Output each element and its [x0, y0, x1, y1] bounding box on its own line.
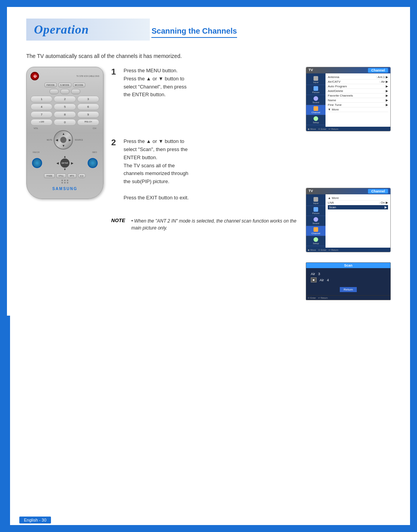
scan-body: Air 3 ■ Air 4 Return	[306, 268, 390, 295]
mcode-button[interactable]: MCODE	[73, 83, 85, 87]
scan-result-screen: Scan Air 3 ■ Air 4 Return	[306, 262, 391, 300]
fmode-button[interactable]: FMODE	[44, 83, 57, 87]
setup-icon	[314, 116, 318, 121]
mute-label: MUTE	[47, 139, 52, 141]
note-label: NOTE	[111, 218, 127, 223]
num-7-button[interactable]: 7	[31, 111, 53, 118]
intro-text: The TV automatically scans all of the ch…	[26, 53, 391, 59]
number-grid: 1 2 3 4 5 6 7 8 9 +100 0 PRE-CH	[31, 96, 99, 126]
menu2-header: TV Channel	[306, 188, 390, 194]
menu-finetune: Fine Tune▶	[328, 103, 388, 107]
step-2-number: 2	[111, 138, 119, 148]
input2-icon	[314, 197, 318, 202]
tv-menu-screen-1: TV Channel Input Picture	[306, 67, 391, 131]
picture-icon	[314, 86, 318, 91]
menu2-scan: Scan▶	[328, 205, 388, 210]
psize-button[interactable]: P.SIZE	[44, 173, 54, 178]
num-2-button[interactable]: 2	[54, 96, 76, 102]
step-2: 2 Press the ▲ or ▼ button to select "Sca…	[111, 138, 298, 202]
num-8-button[interactable]: 8	[54, 111, 76, 118]
still-button[interactable]: STILL	[56, 173, 66, 178]
sidebar-channel: Channel	[306, 105, 325, 115]
note-bullet: •	[131, 218, 133, 224]
picture2-icon	[314, 207, 318, 212]
scan-footer: ⊙ Enter↩ Return	[306, 295, 390, 300]
menu-autoprogram: Auto Program▶	[328, 84, 388, 89]
sidebar-setup: Setup	[306, 115, 325, 125]
section-title: Operation	[34, 22, 142, 37]
menu1-header: TV Channel	[306, 67, 390, 73]
menu2-tv-label: TV	[309, 189, 313, 194]
num-5-button[interactable]: 5	[54, 104, 76, 110]
tv-menu-screen-2: TV Channel Input Picture	[306, 188, 391, 252]
scan-box: ■	[311, 277, 317, 282]
samsung-logo: SAMSUNG	[31, 187, 99, 191]
tv-sidebar-1: Input Picture Sound Channel	[306, 73, 325, 127]
steps-area: 1 Press the MENU button. Press the ▲ or …	[111, 67, 298, 231]
sound2-icon	[314, 217, 318, 222]
sidebar-input: Input	[306, 75, 325, 85]
page-title: Scanning the Channels	[151, 27, 237, 38]
num-0-button[interactable]: 0	[54, 119, 76, 126]
menu1-footer: ◆ Move⊙ Enter↩ Return	[306, 127, 390, 131]
source-label: SOURCE	[75, 139, 83, 141]
menu-more-down: ▼ More	[328, 107, 388, 112]
num-3-button[interactable]: 3	[77, 96, 99, 102]
menu1-items: Antenna: Ant.1 ▶ Air/CATV: Air ▶ Auto Pr…	[325, 73, 390, 127]
note-section: NOTE • When the "ANT 2 IN" mode is selec…	[111, 218, 298, 231]
mts-button[interactable]: MTS	[68, 173, 76, 178]
note-text: • When the "ANT 2 IN" mode is selected, …	[131, 218, 298, 231]
info-label: INFO	[92, 151, 97, 153]
step-2-text: Press the ▲ or ▼ button to select "Scan"…	[124, 138, 298, 202]
menu-antenna: Antenna: Ant.1 ▶	[328, 75, 388, 80]
vol-ch-ring: ▲ ▼ ◀ ▶	[54, 130, 73, 150]
fav-button[interactable]	[32, 158, 42, 168]
ch-label: CH	[93, 127, 96, 129]
num-1-button[interactable]: 1	[31, 96, 53, 102]
scan-row-2: ■ Air 4	[311, 277, 386, 283]
info-button[interactable]	[88, 158, 98, 168]
menu-adddelete: Add/Delete▶	[328, 89, 388, 93]
sidebar2-sound: Sound	[306, 216, 325, 226]
step-1-number: 1	[111, 67, 119, 77]
menu2-lna: LNA: On ▶	[328, 201, 388, 205]
scan-value-2: 4	[327, 278, 329, 282]
scan-row-1: Air 3	[311, 271, 386, 277]
step-1-text: Press the MENU button. Press the ▲ or ▼ …	[124, 67, 298, 99]
sidebar2-channel: Channel	[306, 226, 325, 236]
sidebar-picture: Picture	[306, 85, 325, 95]
sidebar2-picture: Picture	[306, 206, 325, 216]
step-1: 1 Press the MENU button. Press the ▲ or …	[111, 67, 298, 99]
scan-value-1: 3	[318, 272, 320, 276]
menu1-tv-label: TV	[309, 68, 313, 73]
sidebar-sound: Sound	[306, 95, 325, 105]
menu-favchannels: Favorite Channels▶	[328, 93, 388, 98]
input-icon	[314, 76, 318, 81]
num-100-button[interactable]: +100	[31, 119, 53, 126]
favch-label: FAV.CH	[33, 151, 39, 153]
power-button[interactable]: ⏻	[31, 72, 39, 80]
setup2-icon	[314, 237, 318, 242]
source-labels: TV STB VCR CABLE DVD	[76, 75, 99, 77]
num-9-button[interactable]: 9	[77, 111, 99, 118]
scan-label-2: Air	[320, 278, 324, 282]
return-button[interactable]: Return	[340, 287, 357, 292]
channel-icon	[314, 106, 318, 111]
scan-label-1: Air	[311, 272, 315, 276]
section-header: Operation	[26, 19, 150, 41]
page-footer: English - 30	[19, 517, 51, 524]
tv-sidebar-2: Input Picture Sound Channel	[306, 194, 325, 248]
num-4-button[interactable]: 4	[31, 104, 53, 110]
prech-button[interactable]: PRE-CH	[77, 119, 99, 126]
sound-icon	[314, 96, 318, 101]
enter-button[interactable]: ENTER	[60, 158, 70, 168]
smode-button[interactable]: S.MODE	[58, 83, 71, 87]
channel2-icon	[314, 227, 318, 232]
num-6-button[interactable]: 6	[77, 104, 99, 110]
remote-control: ⏻ TV STB VCR CABLE DVD FMODE S.MODE MCOD…	[26, 67, 103, 199]
srs-button[interactable]: ((·))	[78, 173, 86, 178]
menu1-channel-title: Channel	[368, 68, 388, 73]
menu2-footer: ◆ Move⊙ Enter↩ Return	[306, 248, 390, 252]
menu2-items: ▲ More LNA: On ▶ Scan▶	[325, 194, 390, 248]
menu-aircatv: Air/CATV: Air ▶	[328, 80, 388, 84]
